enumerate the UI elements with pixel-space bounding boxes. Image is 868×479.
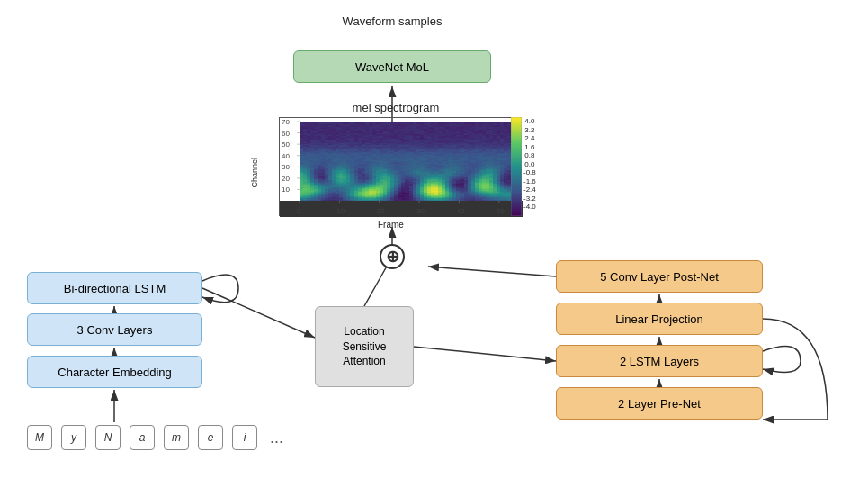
- char-emb-box: Character Embedding: [27, 356, 202, 388]
- wavenet-box: WaveNet MoL: [293, 50, 491, 83]
- token-i: i: [232, 425, 257, 450]
- svg-line-9: [202, 288, 315, 338]
- token-ellipsis: ...: [270, 429, 283, 447]
- colorbar-canvas: [511, 117, 522, 216]
- lstm2-box: 2 LSTM Layers: [556, 345, 763, 377]
- spec-x-label: Frame: [378, 220, 404, 230]
- architecture-diagram: Waveform samples WaveNet MoL mel spectro…: [0, 0, 868, 479]
- token-M: M: [27, 425, 52, 450]
- linproj-box: Linear Projection: [556, 303, 763, 335]
- postnet-box: 5 Conv Layer Post-Net: [556, 260, 763, 293]
- token-m: m: [164, 425, 189, 450]
- waveform-label: Waveform samples: [293, 14, 491, 28]
- token-a: a: [130, 425, 155, 450]
- token-y: y: [61, 425, 86, 450]
- spec-y-label: Channel: [250, 158, 259, 188]
- token-N: N: [95, 425, 121, 450]
- spectrogram: [279, 117, 522, 216]
- colorbar-ticks: 4.03.22.41.60.8 0.0-0.8-1.6-2.4-3.2-4.0: [523, 117, 536, 212]
- svg-line-8: [414, 347, 556, 361]
- prenet-box: 2 Layer Pre-Net: [556, 387, 763, 420]
- conv3-box: 3 Conv Layers: [27, 313, 202, 346]
- bilstm-box: Bi-directional LSTM: [27, 272, 202, 304]
- mel-spectrogram-label: mel spectrogram: [306, 101, 486, 114]
- svg-line-4: [428, 267, 556, 276]
- location-attention-box: LocationSensitiveAttention: [315, 306, 414, 387]
- plus-circle: ⊕: [380, 244, 405, 269]
- token-e: e: [198, 425, 223, 450]
